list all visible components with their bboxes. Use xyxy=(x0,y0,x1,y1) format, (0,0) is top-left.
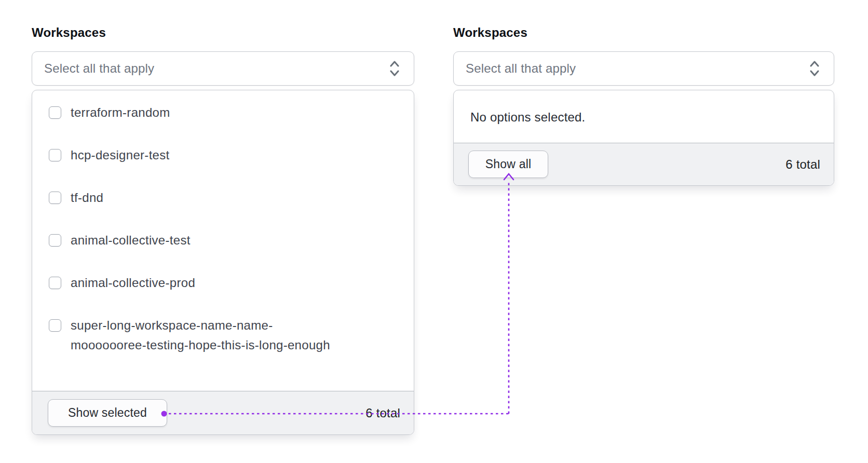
show-all-button[interactable]: Show all xyxy=(468,151,548,178)
option-row[interactable]: animal-collective-prod xyxy=(49,262,401,304)
option-checkbox[interactable] xyxy=(49,192,61,204)
options-list: terraform-random hcp-designer-test tf-dn… xyxy=(32,90,414,366)
option-label: animal-collective-prod xyxy=(71,273,195,293)
workspaces-select-trigger[interactable]: Select all that apply xyxy=(32,51,414,86)
option-checkbox[interactable] xyxy=(49,149,61,161)
total-count-label: 6 total xyxy=(365,406,400,420)
workspaces-multiselect-empty-state: Workspaces Select all that apply No opti… xyxy=(453,26,834,186)
option-checkbox[interactable] xyxy=(49,319,61,332)
up-down-chevron-icon xyxy=(389,59,400,78)
option-row[interactable]: hcp-designer-test xyxy=(49,134,401,176)
option-row[interactable]: terraform-random xyxy=(49,91,401,134)
total-count-label: 6 total xyxy=(785,157,820,172)
option-label: super-long-workspace-name-name-moooooore… xyxy=(71,316,341,355)
option-row[interactable]: super-long-workspace-name-name-moooooore… xyxy=(49,304,401,366)
option-checkbox[interactable] xyxy=(49,277,61,289)
option-checkbox[interactable] xyxy=(49,234,61,247)
option-row[interactable]: animal-collective-test xyxy=(49,219,401,262)
select-placeholder: Select all that apply xyxy=(466,61,576,76)
options-dropdown-panel: terraform-random hcp-designer-test tf-dn… xyxy=(32,90,414,435)
show-selected-button[interactable]: Show selected xyxy=(48,399,167,427)
workspaces-multiselect-expanded: Workspaces Select all that apply terrafo… xyxy=(32,26,414,435)
option-label: animal-collective-test xyxy=(71,230,191,250)
empty-state-message: No options selected. xyxy=(454,90,834,144)
dropdown-footer: Show all 6 total xyxy=(454,143,834,185)
option-label: terraform-random xyxy=(71,103,170,122)
option-row[interactable]: tf-dnd xyxy=(49,176,401,219)
options-dropdown-panel: No options selected. Show all 6 total xyxy=(453,90,834,186)
up-down-chevron-icon xyxy=(809,59,820,78)
workspaces-label: Workspaces xyxy=(453,26,834,39)
select-placeholder: Select all that apply xyxy=(44,61,154,76)
option-label: hcp-designer-test xyxy=(71,145,170,165)
workspaces-select-trigger[interactable]: Select all that apply xyxy=(453,51,834,86)
option-label: tf-dnd xyxy=(71,188,103,208)
dropdown-footer: Show selected 6 total xyxy=(32,391,414,434)
option-checkbox[interactable] xyxy=(49,106,61,119)
workspaces-label: Workspaces xyxy=(32,26,414,39)
